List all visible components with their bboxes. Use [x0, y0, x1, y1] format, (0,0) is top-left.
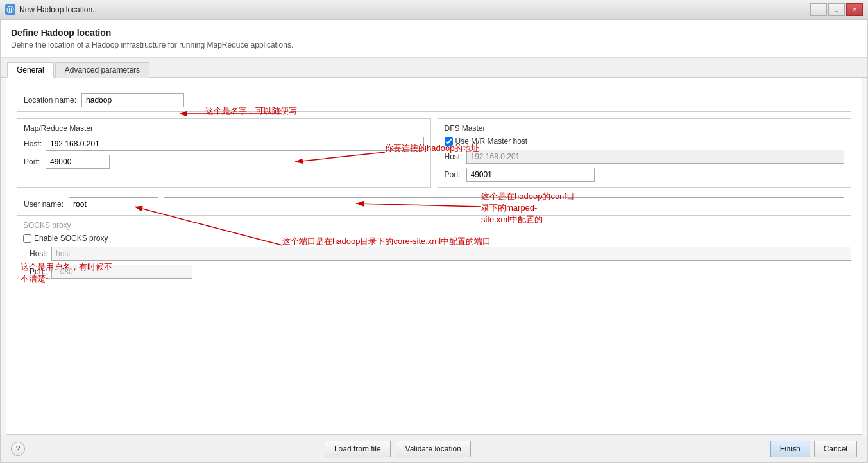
mapreduce-port-row: Port: [24, 155, 424, 169]
socks-port-row: Port: [23, 265, 851, 279]
socks-host-label: Host: [30, 249, 49, 258]
help-button[interactable]: ? [11, 442, 25, 456]
titlebar-title: New Hadoop location... [19, 5, 99, 14]
bottom-left-buttons: ? [11, 442, 25, 456]
main-window: Define Hadoop location Define the locati… [0, 19, 868, 463]
maximize-button[interactable]: □ [828, 3, 845, 16]
masters-section: Map/Reduce Master Host: Port: DFS Master… [17, 118, 851, 188]
dfs-port-row: Port: [445, 168, 845, 182]
titlebar-left: H New Hadoop location... [5, 4, 99, 15]
location-name-section: Location name: [17, 89, 851, 112]
use-mr-master-checkbox[interactable] [445, 137, 453, 146]
location-name-input[interactable] [81, 93, 184, 107]
socks-port-label: Port: [30, 267, 49, 276]
tab-content: Location name: Map/Reduce Master Host: P… [6, 78, 862, 435]
use-mr-master-label: Use M/R Master host [455, 137, 528, 146]
tab-advanced-parameters[interactable]: Advanced parameters [55, 62, 149, 78]
dialog-subtitle: Define the location of a Hadoop infrastr… [11, 40, 857, 49]
dialog-title: Define Hadoop location [11, 28, 857, 38]
mapreduce-port-label: Port: [24, 157, 43, 166]
enable-socks-checkbox-row: Enable SOCKS proxy [23, 234, 851, 243]
hadoop-path-input[interactable] [164, 197, 844, 211]
socks-port-input[interactable] [51, 265, 192, 279]
enable-socks-row: SOCKS proxy [23, 221, 851, 230]
username-input[interactable] [69, 197, 158, 211]
username-section: User name: [17, 193, 851, 216]
window-header: Define Hadoop location Define the locati… [1, 20, 867, 58]
socks-proxy-section: SOCKS proxy Enable SOCKS proxy Host: Por… [17, 221, 851, 279]
dfs-host-row: Host: [445, 150, 845, 164]
bottom-bar: ? Load from file Validate location Finis… [1, 435, 867, 462]
tab-general[interactable]: General [7, 62, 54, 78]
mapreduce-port-input[interactable] [46, 155, 110, 169]
svg-text:H: H [8, 8, 12, 12]
app-icon: H [5, 4, 15, 15]
bottom-right-buttons: Finish Cancel [770, 441, 857, 457]
cancel-button[interactable]: Cancel [814, 441, 857, 457]
dfs-host-input[interactable] [466, 150, 845, 164]
mapreduce-master-title: Map/Reduce Master [24, 124, 424, 133]
location-name-label: Location name: [24, 96, 76, 105]
socks-section-label: SOCKS proxy [23, 221, 71, 230]
use-mr-master-row: Use M/R Master host [445, 137, 845, 146]
close-button[interactable]: ✕ [846, 3, 863, 16]
socks-host-row: Host: [23, 247, 851, 261]
mapreduce-host-label: Host: [24, 139, 43, 148]
socks-host-input[interactable] [51, 247, 851, 261]
enable-socks-checkbox[interactable] [23, 234, 31, 243]
username-label: User name: [24, 200, 64, 209]
dfs-port-label: Port: [445, 170, 464, 179]
mapreduce-host-input[interactable] [46, 137, 424, 151]
minimize-button[interactable]: – [810, 3, 827, 16]
window-controls: – □ ✕ [810, 3, 863, 16]
tab-bar: General Advanced parameters [1, 58, 867, 78]
mapreduce-host-row: Host: [24, 137, 424, 151]
enable-socks-label: Enable SOCKS proxy [34, 234, 108, 243]
bottom-center-buttons: Load from file Validate location [325, 441, 471, 457]
dfs-port-input[interactable] [466, 168, 595, 182]
finish-button[interactable]: Finish [770, 441, 810, 457]
validate-location-button[interactable]: Validate location [396, 441, 471, 457]
dfs-master-section: DFS Master Use M/R Master host Host: Por… [438, 118, 852, 188]
dfs-host-label: Host: [445, 152, 464, 161]
dfs-master-title: DFS Master [445, 124, 845, 133]
titlebar: H New Hadoop location... – □ ✕ [0, 0, 868, 19]
load-from-file-button[interactable]: Load from file [325, 441, 391, 457]
mapreduce-master-section: Map/Reduce Master Host: Port: [17, 118, 431, 188]
